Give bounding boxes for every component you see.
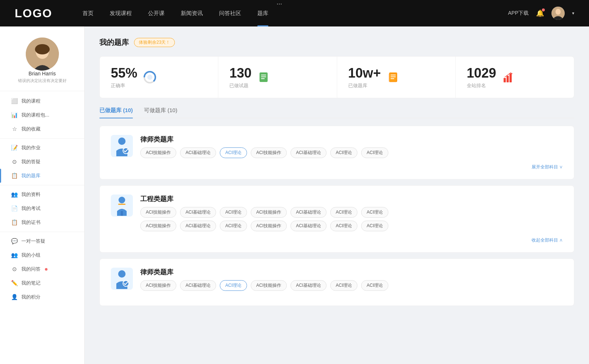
qbank-tag[interactable]: ACI理论: [220, 207, 247, 218]
sidebar-item-qbank[interactable]: 📋 我的题库: [0, 169, 84, 183]
qbank-tag[interactable]: ACI理论: [361, 280, 388, 291]
nav-chevron-icon[interactable]: ▾: [572, 11, 574, 16]
sidebar-item-tutoring[interactable]: 💬 一对一答疑: [0, 234, 84, 248]
svg-rect-25: [121, 211, 123, 216]
sidebar-item-label: 我的考试: [21, 205, 40, 212]
qbank-icon: 📋: [11, 172, 18, 179]
nav-link-courses[interactable]: 发现课程: [102, 0, 140, 26]
sidebar-item-course-package[interactable]: 📊 我的课程包...: [0, 108, 84, 122]
qbank-tag[interactable]: ACI基础理论: [290, 221, 327, 231]
qbank-card-2-header: 工程类题库 ACI技能操作 ACI基础理论 ACI理论 ACI技能操作 ACI基…: [111, 195, 563, 231]
tab-done-banks[interactable]: 已做题库 (10): [99, 107, 133, 118]
sidebar-item-points[interactable]: 👤 我的积分: [0, 290, 84, 304]
stats-row: 55% 正确率 130 已做试题: [99, 56, 574, 98]
sidebar-item-my-qa[interactable]: ⊙ 我的问答: [0, 262, 84, 276]
sidebar-item-label: 我的收藏: [21, 126, 40, 132]
sidebar-item-notes[interactable]: ✏️ 我的笔记: [0, 276, 84, 290]
sidebar-item-label: 我的题库: [21, 172, 40, 179]
nav-logo[interactable]: LOGO: [15, 7, 52, 20]
main-content: 我的题库 体验剩余23天！ 55% 正确率: [85, 26, 589, 364]
qbank-expand-1[interactable]: 展开全部科目 ∨: [111, 164, 563, 170]
qbank-tag[interactable]: ACI基础理论: [180, 207, 216, 218]
sidebar-item-label: 我的课程: [21, 98, 40, 104]
qbank-tag[interactable]: ACI基础理论: [180, 221, 216, 231]
qbank-tag[interactable]: ACI理论: [330, 280, 357, 291]
divider-1: [0, 138, 84, 139]
qbank-tag-active[interactable]: ACI理论: [220, 147, 247, 158]
qbank-tag[interactable]: ACI技能操作: [140, 207, 176, 218]
qbank-card-3-tags: ACI技能操作 ACI基础理论 ACI理论 ACI技能操作 ACI基础理论 AC…: [140, 280, 563, 291]
qbank-tag[interactable]: ACI技能操作: [251, 221, 287, 231]
stat-accuracy-value: 55%: [111, 65, 137, 81]
layout: Brian Harris 错误的决定比没有决定要好 ⬜ 我的课程 📊 我的课程包…: [0, 26, 589, 364]
qbank-card-2-info: 工程类题库 ACI技能操作 ACI基础理论 ACI理论 ACI技能操作 ACI基…: [140, 195, 563, 231]
svg-rect-20: [509, 74, 512, 82]
nav-app-download[interactable]: APP下载: [508, 10, 529, 17]
qbank-tag[interactable]: ACI基础理论: [180, 280, 216, 291]
course-icon: ⬜: [11, 98, 18, 104]
question-icon: ⊙: [11, 158, 18, 165]
sidebar-item-my-courses[interactable]: ⬜ 我的课程: [0, 94, 84, 108]
sidebar-item-groups[interactable]: 👥 我的小组: [0, 248, 84, 262]
materials-icon: 👥: [11, 191, 18, 198]
stat-accuracy-icon: [143, 71, 156, 84]
qbank-card-3-info: 律师类题库 ACI技能操作 ACI基础理论 ACI理论 ACI技能操作 ACI基…: [140, 268, 563, 291]
qbank-tag[interactable]: ACI技能操作: [251, 280, 287, 291]
star-icon: ☆: [11, 126, 18, 132]
nav-link-home[interactable]: 首页: [74, 0, 102, 26]
cert-icon: 📋: [11, 219, 18, 226]
stat-done-banks-icon: [387, 71, 400, 84]
qbank-tag[interactable]: ACI基础理论: [290, 280, 327, 291]
page-header: 我的题库 体验剩余23天！: [99, 38, 574, 47]
qbank-tag[interactable]: ACI技能操作: [251, 207, 287, 218]
svg-rect-19: [507, 76, 509, 82]
nav-notification-dot: [542, 8, 545, 11]
qbank-tag[interactable]: ACI技能操作: [140, 221, 176, 231]
avatar: [26, 38, 59, 71]
stat-done-questions-value: 130: [229, 65, 251, 81]
qbank-tag[interactable]: ACI技能操作: [140, 147, 176, 158]
svg-rect-11: [261, 76, 266, 77]
qbank-card-1-tags: ACI技能操作 ACI基础理论 ACI理论 ACI技能操作 ACI基础理论 AC…: [140, 147, 563, 158]
stat-ranking-value: 1029: [467, 65, 496, 81]
qbank-tag[interactable]: ACI理论: [361, 221, 388, 231]
qbank-tag[interactable]: ACI基础理论: [290, 207, 327, 218]
sidebar-item-certificates[interactable]: 📋 我的证书: [0, 215, 84, 229]
qbank-tag[interactable]: ACI理论: [330, 147, 357, 158]
nav-link-qa[interactable]: 问答社区: [211, 0, 249, 26]
qbank-tag[interactable]: ACI理论: [330, 207, 357, 218]
qbank-expand-2[interactable]: 收起全部科目 ∧: [111, 237, 563, 243]
qbank-tag[interactable]: ACI理论: [220, 221, 247, 231]
qbank-tag[interactable]: ACI技能操作: [251, 147, 287, 158]
qbank-icon-lawyer-1: [111, 135, 133, 157]
qbank-tag[interactable]: ACI理论: [330, 221, 357, 231]
qbank-card-1: 律师类题库 ACI技能操作 ACI基础理论 ACI理论 ACI技能操作 ACI基…: [99, 126, 574, 179]
tab-available-banks[interactable]: 可做题库 (10): [144, 107, 177, 118]
nav-link-open[interactable]: 公开课: [140, 0, 173, 26]
stat-done-questions-icon: [257, 71, 271, 84]
sidebar-item-materials[interactable]: 👥 我的资料: [0, 188, 84, 201]
qbank-tag[interactable]: ACI理论: [361, 207, 388, 218]
qbank-tag-active[interactable]: ACI理论: [220, 280, 247, 291]
sidebar-item-homework[interactable]: 📝 我的作业: [0, 141, 84, 155]
qbank-tag[interactable]: ACI基础理论: [180, 147, 216, 158]
nav-avatar[interactable]: [551, 7, 565, 20]
nav-link-qbank[interactable]: 题库: [249, 0, 276, 26]
nav-more[interactable]: ···: [276, 0, 282, 26]
tutoring-icon: 💬: [11, 238, 18, 245]
qbank-tag[interactable]: ACI技能操作: [140, 280, 176, 291]
svg-point-1: [556, 9, 561, 15]
nav-bell-icon[interactable]: 🔔: [536, 9, 544, 17]
sidebar-item-exams[interactable]: 📄 我的考试: [0, 201, 84, 215]
qbank-card-2-tags-row1: ACI技能操作 ACI基础理论 ACI理论 ACI技能操作 ACI基础理论 AC…: [140, 207, 563, 218]
svg-rect-10: [261, 75, 266, 75]
sidebar-item-questions[interactable]: ⊙ 我的答疑: [0, 155, 84, 169]
svg-point-26: [118, 270, 126, 278]
nav-link-news[interactable]: 新闻资讯: [173, 0, 211, 26]
qbank-tag[interactable]: ACI理论: [361, 147, 388, 158]
sidebar-item-favorites[interactable]: ☆ 我的收藏: [0, 122, 84, 136]
svg-rect-12: [261, 78, 265, 79]
svg-rect-15: [391, 76, 396, 77]
sidebar-item-label: 我的问答: [21, 266, 40, 272]
qbank-tag[interactable]: ACI基础理论: [290, 147, 327, 158]
